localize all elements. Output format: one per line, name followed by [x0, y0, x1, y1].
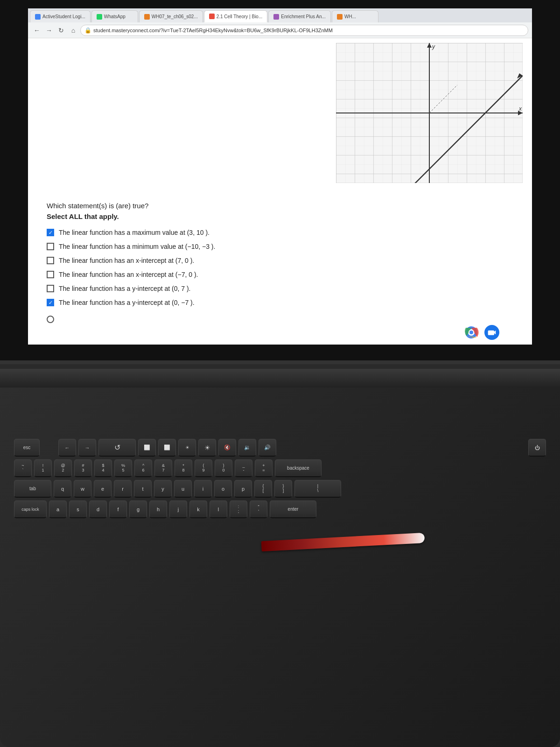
- tab-favicon-wh07: [144, 14, 150, 20]
- checkbox-3[interactable]: [47, 257, 54, 264]
- key-forward[interactable]: →: [78, 439, 96, 457]
- back-button[interactable]: ←: [32, 25, 42, 35]
- refresh-button[interactable]: ↻: [56, 25, 66, 35]
- key-2[interactable]: @2: [54, 459, 72, 477]
- tab-wh-extra[interactable]: WH...: [332, 10, 378, 22]
- answer-option-5[interactable]: The linear function has a y-intercept at…: [47, 285, 513, 292]
- key-e[interactable]: e: [94, 480, 112, 498]
- key-4[interactable]: $4: [94, 459, 112, 477]
- forward-button[interactable]: →: [44, 25, 54, 35]
- key-brightness-down[interactable]: ☀: [178, 439, 196, 457]
- key-tab[interactable]: tab: [14, 480, 51, 498]
- url-text: student.masteryconnect.com/?iv=TueT-2TAe…: [93, 28, 333, 33]
- tab-label-wh-extra: WH...: [344, 14, 356, 19]
- key-semicolon[interactable]: :;: [230, 500, 247, 518]
- key-p[interactable]: p: [234, 480, 252, 498]
- tab-label-whatsapp: WhatsApp: [104, 14, 126, 19]
- tab-activestudent[interactable]: ActiveStudent Logi...: [30, 10, 91, 22]
- select-all-instruction: Select ALL that apply.: [47, 212, 513, 220]
- key-6[interactable]: ^6: [134, 459, 152, 477]
- key-esc[interactable]: esc: [14, 439, 40, 457]
- tab-wh07[interactable]: WH07_te_ch06_s02...: [139, 10, 203, 22]
- svg-marker-17: [494, 331, 496, 334]
- key-o[interactable]: o: [214, 480, 232, 498]
- key-brightness-up[interactable]: ☀: [198, 439, 216, 457]
- checkbox-1[interactable]: ✓: [47, 229, 54, 236]
- key-minus[interactable]: _-: [235, 459, 252, 477]
- key-a[interactable]: a: [49, 500, 67, 518]
- address-bar[interactable]: 🔒 student.masteryconnect.com/?iv=TueT-2T…: [80, 25, 528, 36]
- key-d[interactable]: d: [89, 500, 107, 518]
- option-text-4: The linear function has an x-intercept a…: [59, 271, 198, 278]
- option-text-1: The linear function has a maximum value …: [59, 229, 210, 236]
- home-button[interactable]: ⌂: [68, 25, 78, 35]
- key-f[interactable]: f: [109, 500, 127, 518]
- tab-favicon-enrichment: [273, 14, 279, 20]
- key-quote[interactable]: "': [250, 500, 267, 518]
- key-k[interactable]: k: [189, 500, 207, 518]
- key-reload[interactable]: ↺: [98, 439, 136, 457]
- key-backspace[interactable]: backspace: [275, 459, 322, 477]
- tab-whatsapp[interactable]: WhatsApp: [91, 10, 138, 22]
- tab-label-activestudent: ActiveStudent Logi...: [42, 14, 85, 19]
- chrome-icon: [464, 325, 479, 340]
- answer-option-6[interactable]: ✓ The linear function has a y-intercept …: [47, 299, 513, 306]
- key-back[interactable]: ←: [58, 439, 76, 457]
- key-fullscreen[interactable]: ⬜: [138, 439, 156, 457]
- key-power[interactable]: ⏻: [528, 439, 546, 457]
- key-vol-up[interactable]: 🔊: [259, 439, 276, 457]
- option-text-2: The linear function has a minimum value …: [59, 243, 215, 250]
- key-t[interactable]: t: [134, 480, 152, 498]
- key-u[interactable]: u: [174, 480, 192, 498]
- checkbox-4[interactable]: [47, 271, 54, 278]
- key-h[interactable]: h: [149, 500, 167, 518]
- option-text-6: The linear function has a y-intercept at…: [59, 299, 195, 306]
- key-j[interactable]: j: [169, 500, 187, 518]
- laptop-hinge: [0, 369, 560, 388]
- key-caps[interactable]: caps lock: [14, 500, 47, 518]
- checkbox-2[interactable]: [47, 243, 54, 250]
- key-l[interactable]: l: [210, 500, 227, 518]
- key-overview[interactable]: ⬜: [158, 439, 176, 457]
- content-area: x y: [28, 38, 532, 345]
- key-1[interactable]: !1: [34, 459, 52, 477]
- tab-label-enrichment: Enrichment Plus An...: [281, 14, 326, 19]
- answer-option-4[interactable]: The linear function has an x-intercept a…: [47, 271, 513, 278]
- key-r[interactable]: r: [114, 480, 132, 498]
- key-w[interactable]: w: [74, 480, 91, 498]
- tab-enrichment[interactable]: Enrichment Plus An...: [268, 10, 331, 22]
- key-q[interactable]: q: [54, 480, 71, 498]
- key-plus[interactable]: +=: [255, 459, 273, 477]
- tab-cell-theory[interactable]: 2.1 Cell Theory | Bio...: [204, 10, 268, 22]
- checkbox-6[interactable]: ✓: [47, 299, 54, 306]
- key-tilde[interactable]: ~`: [14, 459, 32, 477]
- key-i[interactable]: i: [194, 480, 212, 498]
- key-vol-down[interactable]: 🔉: [238, 439, 256, 457]
- screen-bezel: ActiveStudent Logi... WhatsApp WH07_te_c…: [0, 0, 560, 364]
- key-8[interactable]: *8: [175, 459, 192, 477]
- answer-option-1[interactable]: ✓ The linear function has a maximum valu…: [47, 229, 513, 236]
- key-7[interactable]: &7: [154, 459, 172, 477]
- key-enter[interactable]: enter: [270, 500, 316, 518]
- screen: ActiveStudent Logi... WhatsApp WH07_te_c…: [28, 8, 532, 345]
- key-bracket-left[interactable]: {[: [254, 480, 272, 498]
- key-s[interactable]: s: [69, 500, 87, 518]
- key-bracket-right[interactable]: }]: [274, 480, 292, 498]
- tab-favicon-wh-extra: [337, 14, 343, 20]
- key-5[interactable]: %5: [114, 459, 132, 477]
- key-0[interactable]: )0: [215, 459, 232, 477]
- key-backslash[interactable]: |\: [294, 480, 341, 498]
- answer-option-2[interactable]: The linear function has a minimum value …: [47, 243, 513, 250]
- page-content: x y: [28, 38, 532, 345]
- key-y[interactable]: y: [154, 480, 172, 498]
- answer-option-3[interactable]: The linear function has an x-intercept a…: [47, 257, 513, 264]
- key-3[interactable]: #3: [74, 459, 92, 477]
- key-g[interactable]: g: [129, 500, 147, 518]
- checkbox-5[interactable]: [47, 285, 54, 292]
- keyboard-qwerty-row: tab q w e r t y u i o p {[ }] |\: [14, 480, 546, 498]
- key-mute[interactable]: 🔇: [218, 439, 236, 457]
- svg-rect-16: [488, 331, 494, 335]
- key-9[interactable]: (9: [195, 459, 212, 477]
- radio-button[interactable]: [47, 316, 54, 323]
- question-section: Which statement(s) is (are) true? Select…: [47, 197, 513, 323]
